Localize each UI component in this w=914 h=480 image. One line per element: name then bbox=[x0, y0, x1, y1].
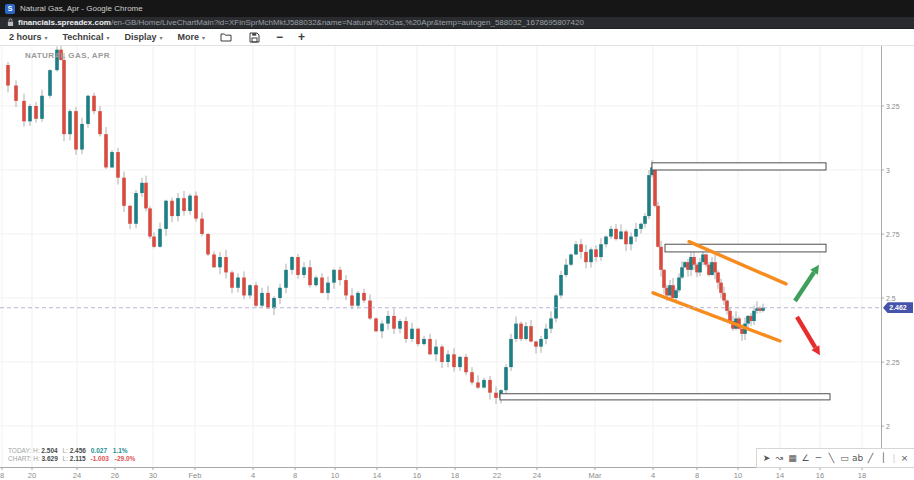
svg-text:22: 22 bbox=[493, 471, 501, 480]
text-tool[interactable]: ab bbox=[851, 450, 864, 466]
horizontal-line-tool[interactable]: ─ bbox=[812, 450, 825, 466]
svg-text:26: 26 bbox=[111, 471, 119, 480]
chart-symbol-label: NATURAL GAS, APR bbox=[25, 51, 110, 60]
site-favicon-icon: S bbox=[5, 4, 15, 14]
chevron-down-icon: ▾ bbox=[106, 34, 109, 41]
display-menu[interactable]: Display ▾ bbox=[124, 32, 162, 42]
chart-canvas[interactable]: 3.2532.752.52.252820242630Feb48101416182… bbox=[0, 0, 914, 480]
fib-retracement-tool[interactable]: ▦ bbox=[786, 450, 799, 466]
rectangle-tool[interactable]: ▭ bbox=[838, 450, 851, 466]
svg-text:16: 16 bbox=[413, 471, 421, 480]
svg-text:4: 4 bbox=[251, 471, 255, 480]
vertical-line-tool[interactable]: │ bbox=[877, 450, 890, 466]
browser-window: 3.2532.752.52.252820242630Feb48101416182… bbox=[0, 0, 914, 480]
remove-drawings-tool[interactable]: × bbox=[898, 450, 911, 466]
technical-menu[interactable]: Technical ▾ bbox=[63, 32, 110, 42]
timeframe-menu-label: 2 hours bbox=[9, 32, 42, 42]
url-text: financials.spreadex.com/en-GB/Home/LiveC… bbox=[18, 18, 584, 27]
window-title: Natural Gas, Apr - Google Chrome bbox=[20, 4, 143, 13]
zoom-in-button[interactable]: + bbox=[298, 31, 305, 43]
svg-text:2.5: 2.5 bbox=[886, 295, 896, 302]
display-menu-label: Display bbox=[124, 32, 156, 42]
svg-text:2: 2 bbox=[886, 423, 890, 430]
svg-text:18: 18 bbox=[451, 471, 459, 480]
open-chart-folder-icon[interactable] bbox=[220, 31, 233, 44]
svg-text:4: 4 bbox=[651, 471, 655, 480]
svg-text:10: 10 bbox=[331, 471, 339, 480]
url-bar[interactable]: financials.spreadex.com/en-GB/Home/LiveC… bbox=[0, 17, 914, 29]
chart-stats-legend: TODAY: H: 2.504 L: 2.456 0.027 1.1% CHAR… bbox=[8, 447, 139, 463]
stats-row: TODAY: H: 2.504 L: 2.456 0.027 1.1% bbox=[8, 447, 139, 455]
svg-text:Feb: Feb bbox=[189, 471, 202, 480]
timeframe-menu[interactable]: 2 hours ▾ bbox=[9, 32, 48, 42]
more-menu[interactable]: More ▾ bbox=[177, 32, 205, 42]
brush-tool[interactable]: ↝ bbox=[773, 450, 786, 466]
more-menu-label: More bbox=[177, 32, 199, 42]
svg-text:14: 14 bbox=[776, 471, 784, 480]
svg-text:16: 16 bbox=[816, 471, 824, 480]
chevron-down-icon: ▾ bbox=[159, 34, 162, 41]
svg-text:8: 8 bbox=[0, 471, 4, 480]
current-price-badge: 2.462 bbox=[883, 302, 913, 313]
trend-angle-tool[interactable]: ∠ bbox=[799, 450, 812, 466]
svg-text:3: 3 bbox=[886, 167, 890, 174]
diagonal-line-tool[interactable]: ╱ bbox=[864, 450, 877, 466]
svg-text:2.75: 2.75 bbox=[886, 231, 900, 238]
svg-text:18: 18 bbox=[858, 471, 866, 480]
svg-text:20: 20 bbox=[28, 471, 36, 480]
url-domain: financials.spreadex.com bbox=[18, 18, 111, 27]
drawing-toolbar: ➤↝▦∠─╲▭ab╱│|× bbox=[756, 448, 914, 468]
window-titlebar: S Natural Gas, Apr - Google Chrome bbox=[0, 0, 914, 17]
svg-text:14: 14 bbox=[373, 471, 381, 480]
zoom-out-button[interactable]: − bbox=[276, 31, 283, 43]
svg-text:24: 24 bbox=[73, 471, 81, 480]
svg-text:8: 8 bbox=[695, 471, 699, 480]
technical-menu-label: Technical bbox=[63, 32, 104, 42]
chevron-down-icon: ▾ bbox=[45, 34, 48, 41]
svg-text:8: 8 bbox=[293, 471, 297, 480]
svg-text:3.25: 3.25 bbox=[886, 103, 900, 110]
svg-text:30: 30 bbox=[149, 471, 157, 480]
svg-text:Mar: Mar bbox=[589, 471, 602, 480]
trend-line-tool[interactable]: ╲ bbox=[825, 450, 838, 466]
svg-text:24: 24 bbox=[533, 471, 541, 480]
stats-row: CHART: H: 3.629 L: 2.115 -1.003 -29.0% bbox=[8, 455, 139, 463]
svg-text:10: 10 bbox=[734, 471, 742, 480]
padlock-icon bbox=[7, 18, 14, 27]
svg-text:2.25: 2.25 bbox=[886, 359, 900, 366]
save-chart-icon[interactable] bbox=[248, 31, 261, 44]
url-path: /en-GB/Home/LiveChartMain?id=XFinSprMchM… bbox=[111, 18, 584, 27]
pointer-tool[interactable]: ➤ bbox=[760, 450, 773, 466]
toolbar-separator: | bbox=[890, 450, 898, 466]
chart-toolbar: 2 hours ▾ Technical ▾ Display ▾ More ▾ bbox=[0, 29, 914, 46]
chevron-down-icon: ▾ bbox=[202, 34, 205, 41]
